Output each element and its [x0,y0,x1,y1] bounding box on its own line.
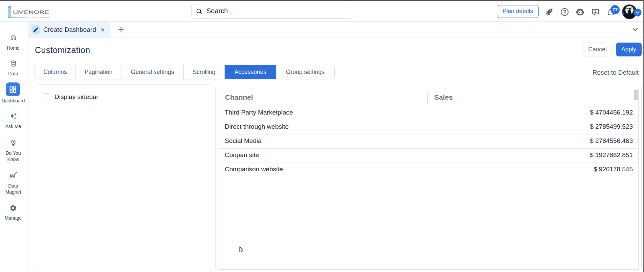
svg-text:UMENORE: UMENORE [13,9,49,15]
svg-text:RELIABLE INTELLIGENCE DELIVERE: RELIABLE INTELLIGENCE DELIVERED [17,17,49,19]
